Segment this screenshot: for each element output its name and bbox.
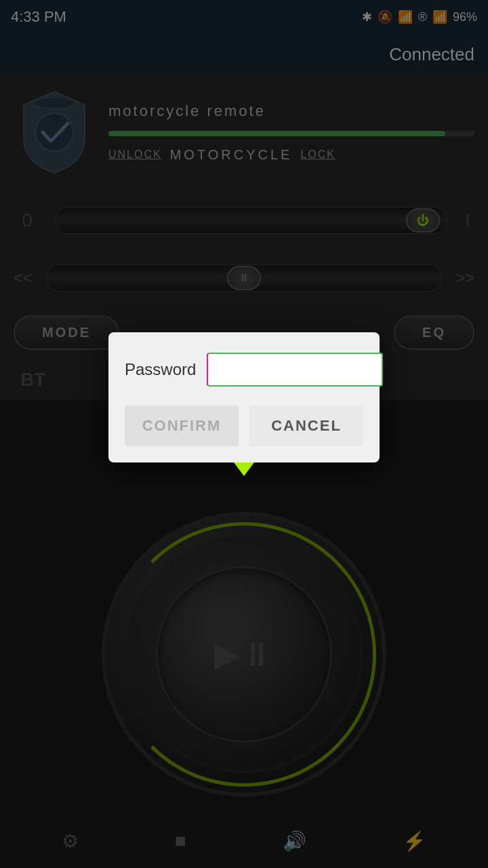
dialog-input-row: Password <box>125 353 363 387</box>
password-dialog: Password CONFIRM CANCEL <box>108 332 380 462</box>
dialog-buttons: CONFIRM CANCEL <box>125 406 363 446</box>
confirm-button[interactable]: CONFIRM <box>125 406 239 446</box>
password-label: Password <box>125 360 196 379</box>
password-input[interactable] <box>207 353 383 387</box>
cancel-button[interactable]: CANCEL <box>249 406 363 446</box>
dialog-arrow <box>234 462 254 476</box>
